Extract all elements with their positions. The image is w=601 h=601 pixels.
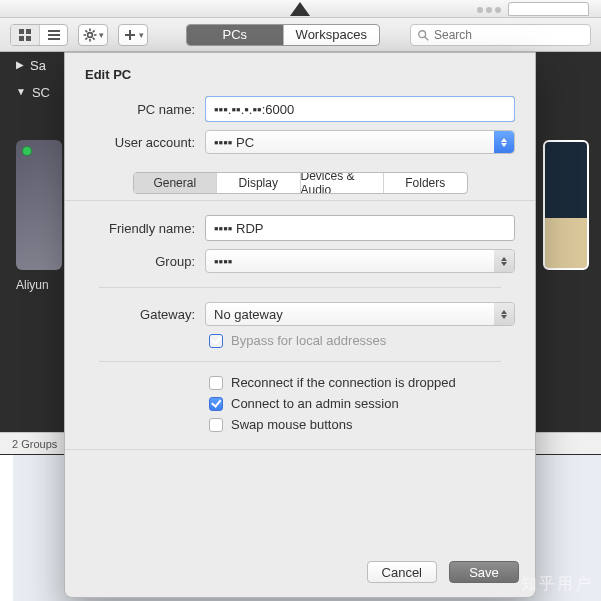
useraccount-label: User account: [85, 135, 195, 150]
cancel-button[interactable]: Cancel [367, 561, 437, 583]
svg-line-15 [85, 37, 87, 39]
svg-line-19 [425, 36, 428, 39]
svg-line-14 [92, 30, 94, 32]
search-icon [417, 29, 429, 41]
admin-checkbox[interactable] [209, 397, 223, 411]
useraccount-select[interactable]: ▪▪▪▪ PC [205, 130, 515, 154]
svg-rect-17 [125, 34, 135, 36]
view-grid-button[interactable] [11, 25, 39, 45]
group-label: Group: [85, 254, 195, 269]
plus-icon [123, 28, 137, 42]
select-knob-icon [494, 303, 514, 325]
reconnect-checkbox[interactable] [209, 376, 223, 390]
add-menu[interactable]: ▾ [118, 24, 148, 46]
useraccount-value: ▪▪▪▪ PC [214, 135, 254, 150]
svg-rect-5 [48, 34, 60, 36]
bypass-checkbox [209, 334, 223, 348]
chevron-down-icon: ▾ [139, 30, 144, 40]
swap-label: Swap mouse buttons [231, 417, 352, 432]
save-button[interactable]: Save [449, 561, 519, 583]
pc-thumbnail-1[interactable]: Aliyun [16, 140, 62, 305]
view-list-button[interactable] [39, 25, 67, 45]
svg-rect-1 [26, 29, 31, 34]
bypass-row: Bypass for local addresses [65, 330, 535, 351]
list-icon [47, 28, 61, 42]
gateway-value: No gateway [214, 307, 283, 322]
edit-pc-dialog: Edit PC PC name: User account: ▪▪▪▪ PC G… [64, 52, 536, 598]
svg-rect-3 [26, 36, 31, 41]
settings-menu[interactable]: ▾ [78, 24, 108, 46]
admin-row[interactable]: Connect to an admin session [65, 393, 535, 414]
window-titlebar [0, 0, 601, 18]
admin-label: Connect to an admin session [231, 396, 399, 411]
svg-line-12 [85, 30, 87, 32]
gateway-label: Gateway: [85, 307, 195, 322]
divider [99, 361, 501, 362]
settings-tabstrip: General Display Devices & Audio Folders [133, 172, 468, 194]
tab-workspaces[interactable]: Workspaces [283, 25, 380, 45]
bypass-label: Bypass for local addresses [231, 333, 386, 348]
thumbnail-image [16, 140, 62, 270]
group-select[interactable]: ▪▪▪▪ [205, 249, 515, 273]
tab-pcs[interactable]: PCs [187, 25, 283, 45]
divider [99, 287, 501, 288]
chevron-right-icon: ▶ [16, 59, 24, 70]
gateway-select[interactable]: No gateway [205, 302, 515, 326]
swap-row[interactable]: Swap mouse buttons [65, 414, 535, 435]
svg-rect-4 [48, 30, 60, 32]
select-knob-icon [494, 250, 514, 272]
svg-rect-6 [48, 38, 60, 40]
search-input[interactable] [434, 28, 584, 42]
svg-point-18 [419, 30, 426, 37]
pcname-label: PC name: [85, 102, 195, 117]
grid-icon [18, 28, 32, 42]
friendlyname-label: Friendly name: [85, 221, 195, 236]
reconnect-label: Reconnect if the connection is dropped [231, 375, 456, 390]
dialog-title: Edit PC [65, 53, 535, 92]
general-panel: Friendly name: Group: ▪▪▪▪ Gateway: [65, 200, 535, 450]
status-online-icon [22, 146, 32, 156]
chevron-down-icon: ▼ [16, 86, 26, 97]
search-field[interactable] [410, 24, 591, 46]
friendlyname-input[interactable] [205, 215, 515, 241]
tab-folders[interactable]: Folders [383, 173, 467, 193]
select-knob-icon [494, 131, 514, 153]
tab-general[interactable]: General [134, 173, 217, 193]
swap-checkbox[interactable] [209, 418, 223, 432]
pcname-input[interactable] [205, 96, 515, 122]
svg-line-13 [92, 37, 94, 39]
toolbar: ▾ ▾ PCs Workspaces [0, 18, 601, 52]
recording-indicator-icon [290, 2, 310, 16]
thumbnail-caption: Aliyun [16, 278, 62, 292]
browser-tab-stub [508, 2, 589, 16]
view-mode-segment [10, 24, 68, 46]
thumbnail-image [543, 140, 589, 270]
svg-rect-2 [19, 36, 24, 41]
group-label: Sa [30, 58, 46, 73]
add-button[interactable]: ▾ [119, 25, 147, 45]
svg-rect-0 [19, 29, 24, 34]
tab-overflow-dots [477, 7, 501, 13]
group-label: SC [32, 85, 50, 100]
pc-thumbnail-2[interactable] [543, 140, 589, 305]
gear-icon [83, 28, 97, 42]
main-area: ▶ Sa ▼ SC Aliyun 2 Groups Edit PC PC nam… [0, 52, 601, 601]
group-value: ▪▪▪▪ [214, 254, 232, 269]
tab-devices[interactable]: Devices & Audio [300, 173, 384, 193]
workspace-segment: PCs Workspaces [186, 24, 380, 46]
svg-point-7 [87, 32, 92, 37]
tab-display[interactable]: Display [216, 173, 300, 193]
gear-button[interactable]: ▾ [79, 25, 107, 45]
dialog-footer: Cancel Save [367, 561, 519, 583]
chevron-down-icon: ▾ [99, 30, 104, 40]
reconnect-row[interactable]: Reconnect if the connection is dropped [65, 372, 535, 393]
